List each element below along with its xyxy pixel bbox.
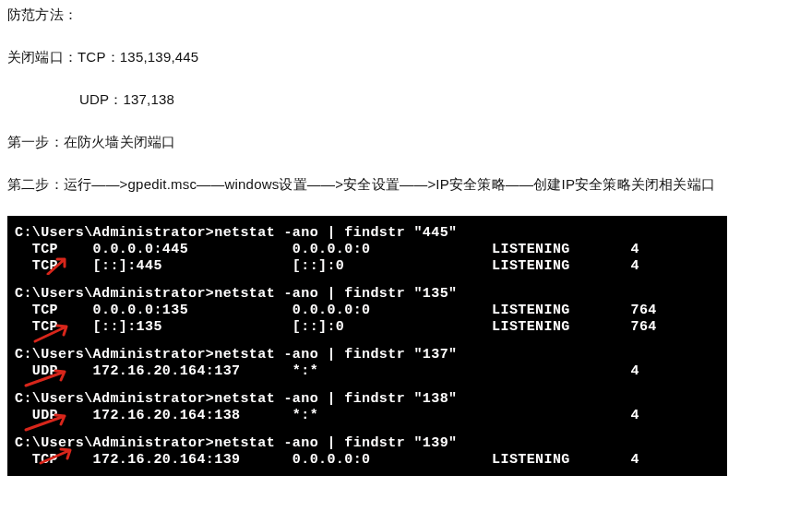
terminal-cmd: C:\Users\Administrator>netstat -ano | fi… (15, 391, 720, 408)
terminal-cmd: C:\Users\Administrator>netstat -ano | fi… (15, 435, 720, 452)
terminal-row: UDP 172.16.20.164:138 *:* 4 (15, 408, 720, 424)
close-ports-tcp: 关闭端口：TCP：135,139,445 (7, 46, 805, 68)
terminal-row: UDP 172.16.20.164:137 *:* 4 (15, 363, 720, 380)
terminal-block-135: C:\Users\Administrator>netstat -ano | fi… (15, 286, 720, 336)
article-body: 防范方法： 关闭端口：TCP：135,139,445 UDP：137,138 第… (0, 4, 812, 196)
terminal-cmd: C:\Users\Administrator>netstat -ano | fi… (15, 286, 720, 303)
terminal-row: TCP 172.16.20.164:139 0.0.0.0:0 LISTENIN… (15, 452, 720, 469)
watermark: 知乎 @IDC陈 (709, 488, 799, 505)
terminal-cmd: C:\Users\Administrator>netstat -ano | fi… (15, 225, 720, 242)
terminal-block-139: C:\Users\Administrator>netstat -ano | fi… (15, 435, 720, 469)
prevention-title: 防范方法： (7, 4, 805, 26)
terminal-cmd: C:\Users\Administrator>netstat -ano | fi… (15, 347, 720, 363)
terminal-block-137: C:\Users\Administrator>netstat -ano | fi… (15, 347, 720, 380)
terminal-row: TCP 0.0.0.0:445 0.0.0.0:0 LISTENING 4 (15, 242, 720, 258)
step-1: 第一步：在防火墙关闭端口 (7, 131, 805, 153)
terminal-block-445: C:\Users\Administrator>netstat -ano | fi… (15, 225, 720, 275)
terminal-screenshot: C:\Users\Administrator>netstat -ano | fi… (7, 216, 727, 476)
terminal-row: TCP 0.0.0.0:135 0.0.0.0:0 LISTENING 764 (15, 303, 720, 319)
terminal-block-138: C:\Users\Administrator>netstat -ano | fi… (15, 391, 720, 424)
close-ports-udp: UDP：137,138 (7, 89, 805, 111)
terminal-row: TCP [::]:135 [::]:0 LISTENING 764 (15, 319, 720, 336)
terminal-row: TCP [::]:445 [::]:0 LISTENING 4 (15, 258, 720, 275)
step-2: 第二步：运行——>gpedit.msc——windows设置——>安全设置——>… (7, 173, 805, 196)
